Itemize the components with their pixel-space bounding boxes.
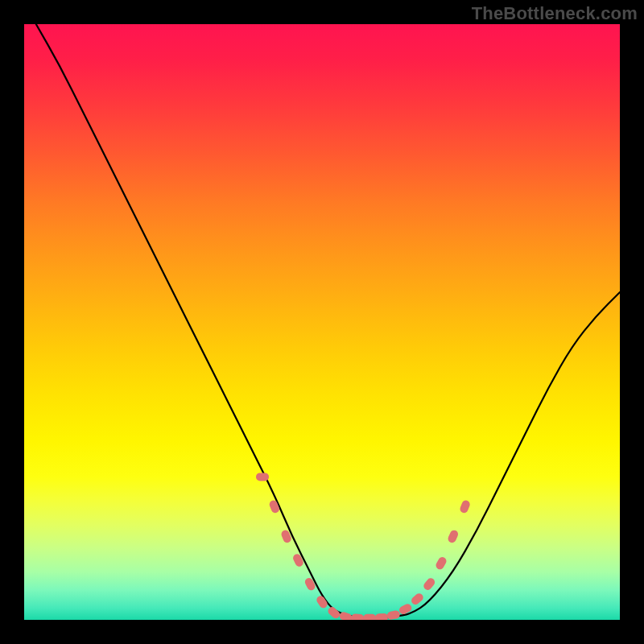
svg-rect-8 xyxy=(351,613,365,620)
svg-rect-6 xyxy=(327,605,342,620)
svg-rect-11 xyxy=(386,610,401,620)
svg-rect-9 xyxy=(363,614,376,620)
svg-rect-17 xyxy=(459,499,471,514)
svg-rect-16 xyxy=(447,529,460,544)
plot-area xyxy=(24,24,620,620)
svg-rect-0 xyxy=(256,473,269,481)
svg-rect-3 xyxy=(291,553,304,568)
watermark-text: TheBottleneck.com xyxy=(472,3,638,24)
chart-frame: TheBottleneck.com xyxy=(0,0,644,644)
curve-line xyxy=(36,24,620,618)
svg-rect-4 xyxy=(303,576,316,592)
svg-rect-1 xyxy=(268,499,280,514)
highlight-markers xyxy=(256,473,471,620)
svg-rect-10 xyxy=(375,613,388,620)
svg-rect-13 xyxy=(410,592,425,606)
svg-rect-14 xyxy=(422,576,436,592)
curve-svg xyxy=(24,24,620,620)
svg-rect-15 xyxy=(435,555,448,571)
